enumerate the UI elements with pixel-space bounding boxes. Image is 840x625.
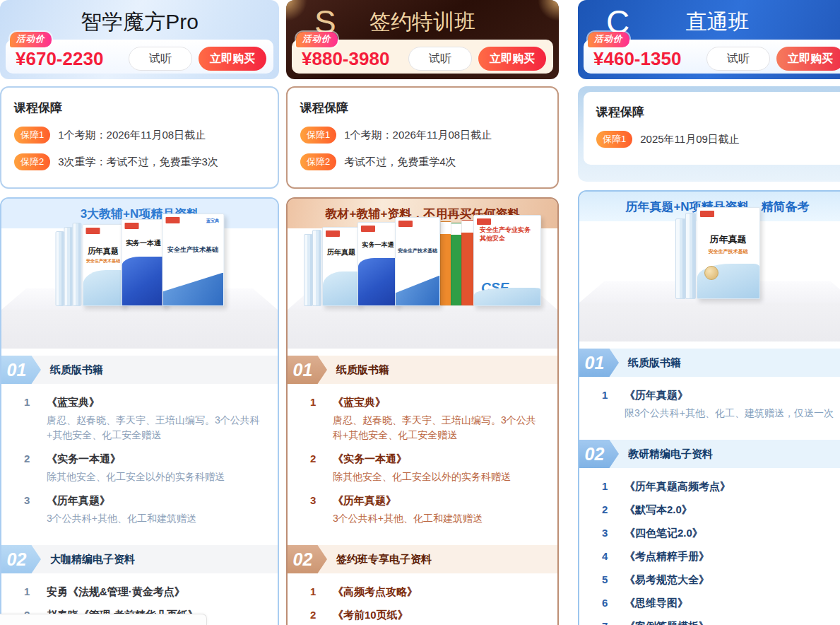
item-number: 7 [592,620,625,625]
cover-art [122,257,165,305]
guarantee-badge: 保障1 [14,127,50,144]
list-item: 3 《历年真题》 3个公共科+其他、化工和建筑赠送 [300,494,545,526]
item-desc: 除其他安全、化工安全以外的实务科赠送 [333,469,545,484]
book-title: 历年真题 [697,233,759,246]
book-title: 历年真题 [83,246,124,257]
list-item: 2 《实务一本通》 除其他安全、化工安全以外的实务科赠送 [300,452,545,484]
guarantee-card: 课程保障 保障1 1个考期：2026年11月08日截止 保障2 3次重学：考试不… [0,86,279,189]
item-number: 1 [300,585,333,599]
section-title: 签约班专享电子资料 [336,553,432,566]
guarantee-title: 课程保障 [14,100,265,116]
item-title: 《思维导图》 [625,597,840,610]
price-text: ¥670-2230 [16,48,103,70]
section-title: 大咖精编电子资料 [50,553,135,566]
browser-status-tooltip [0,614,207,625]
guarantee-row: 保障2 3次重学：考试不过，免费重学3次 [14,153,265,170]
item-number: 6 [592,597,625,610]
materials-card: 3大教辅+N项精品资料 历年真题 安全生产技术基础 [0,197,279,625]
book-title: 安全生产技术基础 [396,247,439,255]
trial-button[interactable]: 试听 [408,47,472,71]
guarantee-row: 保障1 1个考期：2026年11月08日截止 [300,127,545,144]
book-spine [685,213,696,299]
book-title: 安全生产技术基础 [162,245,223,255]
item-number: 1 [592,389,625,402]
book-cover-jishu: 蓝宝典 安全生产技术基础 [162,214,224,306]
buy-now-button[interactable]: 立即购买 [478,47,546,71]
price-text: ¥460-1350 [593,48,681,70]
section-header-01: 01 纸质版书籍 [1,356,278,384]
price-row: 活动价 ¥670-2230 试听 立即购买 [6,40,273,74]
list-item: 1 《高频考点攻略》 [300,585,545,599]
cover-art [83,270,124,305]
list-item: 5 《易考规范大全》 [592,573,840,587]
item-title: 《历年真题》 [625,389,840,402]
item-number: 3 [14,494,47,508]
section-items: 1 《历年真题》 限3个公共科+其他、化工、建筑赠送，仅送一次 [579,377,840,433]
list-item: 3 《历年真题》 3个公共科+其他、化工和建筑赠送 [14,494,265,526]
column-qianyue-tejunban: S 签约特训班 活动价 ¥880-3980 试听 立即购买 课程保障 保障1 1… [286,0,559,625]
list-item: 2 《考前10页纸》 [300,609,545,622]
section-header-01: 01 纸质版书籍 [579,349,840,377]
section-number: 01 [579,349,619,377]
trial-button[interactable]: 试听 [706,47,770,71]
section-header-02: 02 签约班专享电子资料 [288,545,557,573]
guarantee-text: 考试不过，免费重学4次 [344,156,456,169]
book-stack: 历年真题 安全生产技术基础 实务一本通 蓝宝典 安全生产技术基础 [55,214,224,306]
book-cover-jishu: 安全生产技术基础 [395,217,440,306]
cover-art [358,258,398,305]
book-cover-qita-anquan: 安全生产专业实务 其他安全 CSE [473,215,541,306]
guarantee-text: 1个考期：2026年11月08日截止 [344,129,492,142]
section-items: 1 《历年真题高频考点》 2 《默写本2.0》 3 《四色笔记2.0》 4 《考… [579,468,840,625]
item-title: 《实务一本通》 [47,452,265,466]
course-header-card: 智学魔方Pro 活动价 ¥670-2230 试听 立即购买 [0,0,279,79]
item-title: 《实务一本通》 [333,452,545,466]
list-item: 1 《历年真题》 限3个公共科+其他、化工、建筑赠送，仅送一次 [592,389,840,421]
book-subtitle: 安全生产技术基础 [697,248,759,255]
list-item: 6 《思维导图》 [592,597,840,610]
section-number: 02 [288,545,327,573]
item-title: 《历年真题高频考点》 [625,480,840,493]
item-title: 《蓝宝典》 [333,396,545,409]
book-cover-zhenti: 历年真题 安全生产技术基础 [697,207,760,299]
section-title: 纸质版书籍 [628,356,681,370]
publisher-chip [700,211,714,217]
books-showcase: 历年真题 安全生产技术基础 [579,221,840,341]
book-spine [675,218,686,299]
section-title: 教研精编电子资料 [628,448,713,461]
item-title: 《高频考点攻略》 [333,585,545,599]
pedestal-front [1,310,278,349]
medal-badge [704,266,718,280]
publisher-chip [326,230,340,237]
publisher-chip [124,223,138,229]
item-title: 《易考规范大全》 [625,573,840,587]
section-number: 01 [288,356,327,384]
guarantee-title: 课程保障 [596,104,839,120]
materials-card: 历年真题+N项精品资料，精简备考 历年真题 安全生产技术基础 [578,190,840,625]
list-item: 1 安勇《法规&管理·黄金考点》 [14,585,265,599]
buy-now-button[interactable]: 立即购买 [776,47,840,71]
item-number: 5 [592,573,625,587]
book-cover-shiwu: 实务一本通 [121,219,166,306]
item-title: 《案例答题模板》 [625,620,840,625]
section-items: 1 《高频考点攻略》 2 《考前10页纸》 [288,573,557,625]
list-item: 1 《历年真题高频考点》 [592,480,840,493]
materials-card: 教材+教辅+资料，不用再买任何资料 历年真题 实务一本通 [286,197,559,625]
publisher-chip [477,218,491,225]
guarantee-row: 保障1 2025年11月09日截止 [596,131,839,148]
book-title: 实务一本通 [122,238,165,248]
list-item: 7 《案例答题模板》 [592,620,840,625]
item-number: 2 [300,452,333,466]
guarantee-text: 3次重学：考试不过，免费重学3次 [58,156,218,169]
item-number: 2 [300,609,333,622]
list-item: 1 《蓝宝典》 唐忍、赵春晓、李天宇、王培山编写。3个公共科+其他安全、化工安全… [14,396,265,443]
book-cover-shiwu: 实务一本通 [357,222,398,306]
price-row: 活动价 ¥880-3980 试听 立即购买 [292,40,553,74]
section-number: 02 [579,440,619,468]
item-number: 3 [592,527,625,540]
promo-price-badge: 活动价 [10,32,52,47]
item-desc: 唐忍、赵春晓、李天宇、王培山编写。3个公共科+其他安全、化工安全赠送 [333,413,545,443]
item-desc: 唐忍、赵春晓、李天宇、王培山编写。3个公共科+其他安全、化工安全赠送 [47,413,265,443]
buy-now-button[interactable]: 立即购买 [199,47,266,71]
section-header-02: 02 教研精编电子资料 [579,440,840,468]
trial-button[interactable]: 试听 [129,47,192,71]
